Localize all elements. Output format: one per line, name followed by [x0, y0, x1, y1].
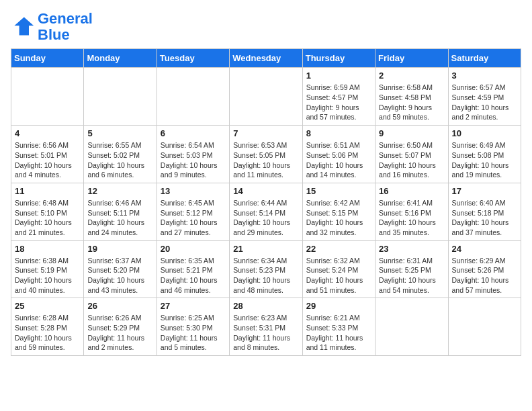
svg-marker-0	[14, 17, 34, 36]
day-info: Sunrise: 6:41 AM Sunset: 5:16 PM Dayligh…	[379, 198, 444, 238]
calendar-week-1: 1Sunrise: 6:59 AM Sunset: 4:57 PM Daylig…	[11, 68, 521, 126]
day-info: Sunrise: 6:48 AM Sunset: 5:10 PM Dayligh…	[15, 198, 80, 238]
day-number: 27	[161, 301, 226, 311]
day-number: 25	[15, 301, 80, 311]
day-number: 1	[306, 71, 371, 81]
day-info: Sunrise: 6:21 AM Sunset: 5:33 PM Dayligh…	[306, 313, 371, 353]
calendar-cell: 15Sunrise: 6:42 AM Sunset: 5:15 PM Dayli…	[302, 183, 375, 240]
day-info: Sunrise: 6:37 AM Sunset: 5:20 PM Dayligh…	[87, 256, 152, 295]
day-number: 14	[233, 186, 298, 196]
day-number: 3	[452, 71, 517, 81]
day-info: Sunrise: 6:49 AM Sunset: 5:08 PM Dayligh…	[452, 140, 517, 180]
day-number: 29	[306, 301, 371, 311]
day-number: 2	[379, 71, 444, 81]
weekday-header-sunday: Sunday	[11, 49, 84, 68]
calendar-week-3: 11Sunrise: 6:48 AM Sunset: 5:10 PM Dayli…	[11, 183, 521, 240]
day-number: 9	[379, 128, 444, 138]
calendar-cell: 11Sunrise: 6:48 AM Sunset: 5:10 PM Dayli…	[11, 183, 84, 240]
day-info: Sunrise: 6:40 AM Sunset: 5:18 PM Dayligh…	[452, 198, 517, 238]
calendar-cell: 25Sunrise: 6:28 AM Sunset: 5:28 PM Dayli…	[11, 298, 84, 356]
weekday-header-wednesday: Wednesday	[230, 49, 302, 68]
weekday-header-row: SundayMondayTuesdayWednesdayThursdayFrid…	[11, 49, 521, 68]
calendar-table: SundayMondayTuesdayWednesdayThursdayFrid…	[11, 48, 521, 356]
day-info: Sunrise: 6:57 AM Sunset: 4:59 PM Dayligh…	[452, 83, 517, 122]
calendar-cell: 20Sunrise: 6:35 AM Sunset: 5:21 PM Dayli…	[157, 240, 229, 298]
day-number: 20	[161, 244, 226, 254]
day-info: Sunrise: 6:23 AM Sunset: 5:31 PM Dayligh…	[233, 313, 298, 353]
page-header: General Blue	[11, 11, 521, 43]
logo-text: General Blue	[38, 11, 93, 43]
day-info: Sunrise: 6:25 AM Sunset: 5:30 PM Dayligh…	[161, 313, 226, 353]
calendar-cell	[157, 68, 229, 126]
day-info: Sunrise: 6:35 AM Sunset: 5:21 PM Dayligh…	[161, 256, 226, 295]
day-info: Sunrise: 6:50 AM Sunset: 5:07 PM Dayligh…	[379, 140, 444, 180]
calendar-cell: 7Sunrise: 6:53 AM Sunset: 5:05 PM Daylig…	[230, 126, 302, 183]
calendar-cell: 19Sunrise: 6:37 AM Sunset: 5:20 PM Dayli…	[84, 240, 157, 298]
day-number: 26	[87, 301, 152, 311]
day-number: 5	[87, 128, 152, 138]
day-number: 22	[306, 244, 371, 254]
calendar-cell: 13Sunrise: 6:45 AM Sunset: 5:12 PM Dayli…	[157, 183, 229, 240]
calendar-cell: 9Sunrise: 6:50 AM Sunset: 5:07 PM Daylig…	[375, 126, 448, 183]
day-info: Sunrise: 6:51 AM Sunset: 5:06 PM Dayligh…	[306, 140, 371, 180]
calendar-body: 1Sunrise: 6:59 AM Sunset: 4:57 PM Daylig…	[11, 68, 521, 356]
day-info: Sunrise: 6:46 AM Sunset: 5:11 PM Dayligh…	[87, 198, 152, 238]
calendar-cell: 17Sunrise: 6:40 AM Sunset: 5:18 PM Dayli…	[448, 183, 521, 240]
day-number: 6	[161, 128, 226, 138]
day-number: 4	[15, 128, 80, 138]
day-info: Sunrise: 6:26 AM Sunset: 5:29 PM Dayligh…	[87, 313, 152, 353]
day-info: Sunrise: 6:45 AM Sunset: 5:12 PM Dayligh…	[161, 198, 226, 238]
day-info: Sunrise: 6:34 AM Sunset: 5:23 PM Dayligh…	[233, 256, 298, 295]
day-number: 28	[233, 301, 298, 311]
calendar-cell: 22Sunrise: 6:32 AM Sunset: 5:24 PM Dayli…	[302, 240, 375, 298]
day-number: 16	[379, 186, 444, 196]
calendar-cell	[11, 68, 84, 126]
calendar-cell: 6Sunrise: 6:54 AM Sunset: 5:03 PM Daylig…	[157, 126, 229, 183]
calendar-cell	[375, 298, 448, 356]
logo-icon	[11, 15, 35, 39]
calendar-cell: 24Sunrise: 6:29 AM Sunset: 5:26 PM Dayli…	[448, 240, 521, 298]
calendar-cell: 28Sunrise: 6:23 AM Sunset: 5:31 PM Dayli…	[230, 298, 302, 356]
calendar-cell: 21Sunrise: 6:34 AM Sunset: 5:23 PM Dayli…	[230, 240, 302, 298]
day-info: Sunrise: 6:32 AM Sunset: 5:24 PM Dayligh…	[306, 256, 371, 295]
calendar-cell: 1Sunrise: 6:59 AM Sunset: 4:57 PM Daylig…	[302, 68, 375, 126]
calendar-week-4: 18Sunrise: 6:38 AM Sunset: 5:19 PM Dayli…	[11, 240, 521, 298]
day-number: 24	[452, 244, 517, 254]
weekday-header-friday: Friday	[375, 49, 448, 68]
calendar-cell: 4Sunrise: 6:56 AM Sunset: 5:01 PM Daylig…	[11, 126, 84, 183]
calendar-cell: 14Sunrise: 6:44 AM Sunset: 5:14 PM Dayli…	[230, 183, 302, 240]
day-info: Sunrise: 6:38 AM Sunset: 5:19 PM Dayligh…	[15, 256, 80, 295]
day-number: 8	[306, 128, 371, 138]
weekday-header-saturday: Saturday	[448, 49, 521, 68]
day-number: 7	[233, 128, 298, 138]
calendar-cell: 12Sunrise: 6:46 AM Sunset: 5:11 PM Dayli…	[84, 183, 157, 240]
calendar-cell: 3Sunrise: 6:57 AM Sunset: 4:59 PM Daylig…	[448, 68, 521, 126]
calendar-cell: 26Sunrise: 6:26 AM Sunset: 5:29 PM Dayli…	[84, 298, 157, 356]
day-info: Sunrise: 6:31 AM Sunset: 5:25 PM Dayligh…	[379, 256, 444, 295]
day-number: 11	[15, 186, 80, 196]
calendar-cell: 18Sunrise: 6:38 AM Sunset: 5:19 PM Dayli…	[11, 240, 84, 298]
day-number: 23	[379, 244, 444, 254]
day-info: Sunrise: 6:53 AM Sunset: 5:05 PM Dayligh…	[233, 140, 298, 180]
weekday-header-monday: Monday	[84, 49, 157, 68]
weekday-header-tuesday: Tuesday	[157, 49, 229, 68]
calendar-cell	[448, 298, 521, 356]
day-info: Sunrise: 6:28 AM Sunset: 5:28 PM Dayligh…	[15, 313, 80, 353]
day-info: Sunrise: 6:29 AM Sunset: 5:26 PM Dayligh…	[452, 256, 517, 295]
calendar-cell	[84, 68, 157, 126]
calendar-header: SundayMondayTuesdayWednesdayThursdayFrid…	[11, 49, 521, 68]
calendar-cell	[230, 68, 302, 126]
calendar-cell: 2Sunrise: 6:58 AM Sunset: 4:58 PM Daylig…	[375, 68, 448, 126]
day-number: 12	[87, 186, 152, 196]
day-info: Sunrise: 6:58 AM Sunset: 4:58 PM Dayligh…	[379, 83, 444, 122]
day-info: Sunrise: 6:56 AM Sunset: 5:01 PM Dayligh…	[15, 140, 80, 180]
calendar-cell: 10Sunrise: 6:49 AM Sunset: 5:08 PM Dayli…	[448, 126, 521, 183]
day-info: Sunrise: 6:55 AM Sunset: 5:02 PM Dayligh…	[87, 140, 152, 180]
calendar-cell: 16Sunrise: 6:41 AM Sunset: 5:16 PM Dayli…	[375, 183, 448, 240]
day-info: Sunrise: 6:54 AM Sunset: 5:03 PM Dayligh…	[161, 140, 226, 180]
calendar-cell: 5Sunrise: 6:55 AM Sunset: 5:02 PM Daylig…	[84, 126, 157, 183]
day-info: Sunrise: 6:44 AM Sunset: 5:14 PM Dayligh…	[233, 198, 298, 238]
day-info: Sunrise: 6:42 AM Sunset: 5:15 PM Dayligh…	[306, 198, 371, 238]
day-number: 13	[161, 186, 226, 196]
logo: General Blue	[11, 11, 93, 43]
